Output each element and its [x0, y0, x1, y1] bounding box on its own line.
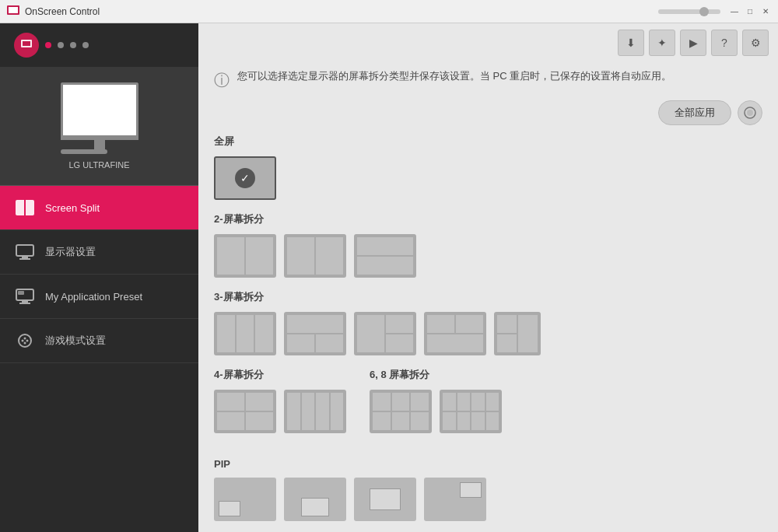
close-button[interactable]: ✕: [759, 5, 772, 18]
maximize-button[interactable]: □: [744, 5, 756, 18]
svg-rect-7: [22, 256, 28, 258]
svg-rect-11: [19, 303, 30, 304]
monitor-display: LG ULTRAFINE: [0, 67, 198, 186]
layout-6-2x3[interactable]: [370, 390, 432, 433]
game-mode-icon: [14, 330, 36, 352]
svg-rect-8: [19, 258, 30, 260]
layout-8-2x4[interactable]: [440, 390, 502, 433]
layout-3-mixed1[interactable]: [284, 312, 346, 355]
layout-4-4col[interactable]: [284, 390, 346, 433]
sidebar-label-screen-split: Screen Split: [45, 202, 100, 214]
svg-rect-3: [23, 41, 30, 46]
split4-title: 4-屏幕拆分: [214, 368, 346, 382]
fullscreen-title: 全屏: [214, 135, 762, 149]
cursor-button[interactable]: ✦: [649, 30, 675, 56]
sidebar: LG ULTRAFINE Screen Split 显示器设置 My App: [0, 23, 198, 532]
layout-3-mixed4[interactable]: [494, 312, 541, 355]
dot-3[interactable]: [70, 42, 76, 48]
display-settings-icon: [14, 241, 36, 263]
sidebar-nav: Screen Split 显示器设置 My Application Preset…: [0, 186, 198, 532]
dots-row: [0, 23, 198, 67]
layout-pip-bl[interactable]: [214, 478, 276, 521]
video-button[interactable]: ▶: [680, 30, 706, 56]
fullscreen-section: 全屏 ✓: [214, 135, 762, 200]
split4-split68-row: 4-屏幕拆分: [214, 368, 762, 446]
svg-rect-1: [9, 7, 18, 13]
save-button[interactable]: [738, 100, 762, 125]
layout-pip-tr[interactable]: [424, 478, 486, 521]
split3-section: 3-屏幕拆分: [214, 290, 762, 355]
layout-3col[interactable]: [214, 312, 276, 355]
info-icon: ⓘ: [214, 70, 230, 91]
layout-2col-equal[interactable]: [214, 234, 276, 278]
monitor-label: LG ULTRAFINE: [68, 160, 129, 170]
monitor-stand-neck: [94, 140, 105, 149]
svg-point-19: [747, 110, 753, 116]
split2-section: 2-屏幕拆分: [214, 212, 762, 278]
layout-pip-center[interactable]: [354, 478, 416, 521]
app-icon: [6, 5, 20, 19]
split3-title: 3-屏幕拆分: [214, 290, 762, 304]
top-toolbar: ⬇ ✦ ▶ ? ⚙: [198, 23, 778, 62]
split4-layouts: [214, 390, 346, 433]
svg-point-17: [24, 342, 26, 345]
dot-2[interactable]: [58, 42, 64, 48]
minimize-button[interactable]: —: [728, 5, 741, 18]
main-layout: LG ULTRAFINE Screen Split 显示器设置 My App: [0, 23, 778, 532]
split2-layouts: [214, 234, 762, 278]
pip-layouts: [214, 478, 762, 521]
layout-4-2x2[interactable]: [214, 390, 276, 433]
window-controls: — □ ✕: [728, 5, 772, 18]
split-content: 全屏 ✓ 2-屏幕拆分: [198, 135, 778, 532]
titlebar: OnScreen Control — □ ✕: [0, 0, 778, 23]
dot-1[interactable]: [45, 42, 51, 48]
my-app-preset-icon: [14, 285, 36, 307]
split68-section: 6, 8 屏幕拆分: [370, 368, 502, 446]
sidebar-label-my-app-preset: My Application Preset: [45, 291, 142, 303]
layout-pip-cb[interactable]: [284, 478, 346, 521]
layout-2row[interactable]: [354, 234, 416, 278]
sidebar-item-screen-split[interactable]: Screen Split: [0, 186, 198, 230]
split68-title: 6, 8 屏幕拆分: [370, 368, 502, 382]
sidebar-item-display-settings[interactable]: 显示器设置: [0, 230, 198, 275]
layout-3-mixed2[interactable]: [354, 312, 416, 355]
content-area: ⬇ ✦ ▶ ? ⚙ ⓘ 您可以选择选定显示器的屏幕拆分类型并保存该设置。当 PC…: [198, 23, 778, 532]
split68-layouts: [370, 390, 502, 433]
svg-rect-10: [22, 300, 28, 303]
volume-slider[interactable]: [658, 9, 720, 14]
apply-all-button[interactable]: 全部应用: [658, 100, 731, 125]
svg-rect-12: [18, 291, 24, 295]
split4-section: 4-屏幕拆分: [214, 368, 346, 446]
sidebar-label-game-mode: 游戏模式设置: [45, 334, 106, 348]
svg-rect-6: [16, 245, 33, 256]
apply-row: 全部应用: [198, 100, 778, 135]
pip-title: PIP: [214, 458, 762, 470]
split2-title: 2-屏幕拆分: [214, 212, 762, 226]
monitor-icon: [61, 82, 138, 154]
svg-point-14: [22, 340, 24, 342]
help-button[interactable]: ?: [711, 30, 738, 56]
pip-section: PIP: [214, 458, 762, 521]
layout-3-mixed3[interactable]: [424, 312, 486, 355]
layout-fullscreen[interactable]: ✓: [214, 156, 276, 200]
download-button[interactable]: ⬇: [618, 30, 644, 56]
info-text: 您可以选择选定显示器的屏幕拆分类型并保存该设置。当 PC 重启时，已保存的设置将…: [237, 68, 671, 84]
dot-4[interactable]: [82, 42, 89, 48]
window-title: OnScreen Control: [25, 6, 658, 17]
fullscreen-layouts: ✓: [214, 156, 762, 200]
sidebar-item-my-app-preset[interactable]: My Application Preset: [0, 275, 198, 319]
monitor-screen: [61, 82, 138, 135]
screen-split-icon: [14, 197, 36, 219]
monitor-stand-base: [61, 149, 107, 154]
settings-button[interactable]: ⚙: [742, 30, 769, 56]
sidebar-item-game-mode[interactable]: 游戏模式设置: [0, 319, 198, 363]
svg-point-15: [26, 340, 29, 342]
svg-point-13: [19, 334, 31, 347]
info-bar: ⓘ 您可以选择选定显示器的屏幕拆分类型并保存该设置。当 PC 重启时，已保存的设…: [198, 62, 778, 100]
svg-point-16: [24, 338, 26, 340]
split3-layouts: [214, 312, 762, 355]
sidebar-label-display-settings: 显示器设置: [45, 245, 96, 259]
check-circle: ✓: [235, 168, 255, 188]
logo-dot: [14, 33, 39, 58]
layout-2col-unequal[interactable]: [284, 234, 346, 278]
